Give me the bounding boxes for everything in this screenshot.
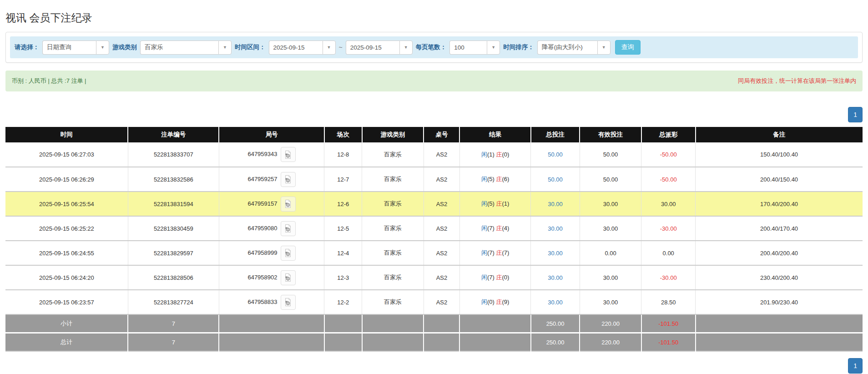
query-type-select: ▼ [42, 40, 109, 55]
video-record-icon [283, 224, 293, 233]
cell-session: 12-6 [324, 192, 362, 216]
per-page-input[interactable] [449, 40, 487, 55]
cell-payout: -50.00 [641, 142, 696, 167]
cell-game-category: 百家乐 [362, 290, 424, 314]
chevron-down-icon[interactable]: ▼ [487, 40, 500, 55]
cell-valid-bet: 0.00 [580, 241, 641, 265]
cell-total-bet[interactable]: 30.00 [531, 241, 580, 265]
cell-payout: -30.00 [641, 265, 696, 290]
video-record-button[interactable] [281, 246, 296, 261]
chevron-down-icon[interactable]: ▼ [96, 40, 109, 55]
game-category-select: ▼ [140, 40, 232, 55]
date-from-input[interactable] [269, 40, 323, 55]
cell-round-number: 647959157 [219, 192, 324, 216]
video-record-icon [283, 150, 293, 159]
table-row: 2025-09-15 06:25:22 522813830459 6479590… [5, 216, 863, 241]
video-record-icon [283, 273, 293, 282]
video-record-button[interactable] [281, 295, 296, 310]
per-page-select: ▼ [449, 40, 500, 55]
cell-bet-number: 522813830459 [128, 216, 219, 241]
cell-round-number: 647959343 [219, 142, 324, 167]
total-count: 7 [128, 333, 219, 352]
cell-game-category: 百家乐 [362, 192, 424, 216]
select-type-label: 请选择： [15, 43, 39, 51]
total-total-bet: 250.00 [531, 333, 580, 352]
table-row: 2025-09-15 06:26:29 522813832586 6479592… [5, 167, 863, 192]
bet-records-table: 时间 注单编号 局号 场次 游戏类别 桌号 结果 总投注 有效投注 总派彩 备注… [5, 127, 863, 352]
video-record-icon [283, 175, 293, 184]
cell-result: 闲(7) 庄(4) [459, 216, 530, 241]
cell-round-number: 647958902 [219, 265, 324, 290]
table-row: 2025-09-15 06:24:55 522813829597 6479589… [5, 241, 863, 265]
total-label: 总计 [5, 333, 128, 352]
subtotal-total-bet: 250.00 [531, 314, 580, 333]
cell-total-bet[interactable]: 30.00 [531, 265, 580, 290]
page-1-button[interactable]: 1 [848, 358, 863, 374]
video-record-button[interactable] [281, 221, 296, 236]
cell-result: 闲(7) 庄(0) [459, 265, 530, 290]
cell-note: 170.40/200.40 [696, 192, 863, 216]
page-title: 视讯 会员下注纪录 [5, 11, 863, 25]
cell-game-category: 百家乐 [362, 216, 424, 241]
chevron-down-icon[interactable]: ▼ [218, 40, 232, 55]
cell-round-number: 647958833 [219, 290, 324, 314]
cell-total-bet[interactable]: 30.00 [531, 216, 580, 241]
cell-note: 200.40/150.40 [696, 167, 863, 192]
cell-time: 2025-09-15 06:27:03 [5, 142, 128, 167]
pagination-top: 1 [5, 107, 863, 122]
cell-payout: 28.50 [641, 290, 696, 314]
video-record-icon [283, 298, 293, 307]
cell-bet-number: 522813833707 [128, 142, 219, 167]
cell-total-bet[interactable]: 30.00 [531, 290, 580, 314]
cell-game-category: 百家乐 [362, 265, 424, 290]
video-record-button[interactable] [281, 197, 296, 212]
cell-total-bet[interactable]: 30.00 [531, 192, 580, 216]
cell-result: 闲(5) 庄(1) [459, 192, 530, 216]
search-button[interactable]: 查询 [615, 40, 641, 55]
cell-payout: -50.00 [641, 167, 696, 192]
time-sort-input[interactable] [537, 40, 597, 55]
video-record-button[interactable] [281, 270, 296, 285]
header-session: 场次 [324, 127, 362, 142]
cell-total-bet[interactable]: 50.00 [531, 167, 580, 192]
table-row: 2025-09-15 06:25:54 522813831594 6479591… [5, 192, 863, 216]
date-to-input[interactable] [346, 40, 399, 55]
summary-bar: 币别 : 人民币 | 总共 :7 注单 | 同局有效投注，统一计算在该局第一张注… [5, 71, 863, 91]
cell-payout: 30.00 [641, 192, 696, 216]
cell-bet-number: 522813829597 [128, 241, 219, 265]
time-sort-select: ▼ [537, 40, 611, 55]
video-record-icon [283, 248, 293, 258]
pagination-bottom: 1 [5, 358, 863, 374]
cell-payout: 0.00 [641, 241, 696, 265]
table-row: 2025-09-15 06:27:03 522813833707 6479593… [5, 142, 863, 167]
cell-total-bet[interactable]: 50.00 [531, 142, 580, 167]
header-round-number: 局号 [219, 127, 324, 142]
game-category-input[interactable] [140, 40, 218, 55]
cell-result: 闲(1) 庄(0) [459, 142, 530, 167]
query-type-input[interactable] [42, 40, 96, 55]
game-category-label: 游戏类别 [112, 43, 137, 51]
subtotal-payout: -101.50 [641, 314, 696, 333]
video-record-button[interactable] [281, 147, 296, 162]
page-1-button[interactable]: 1 [848, 107, 863, 122]
cell-game-category: 百家乐 [362, 167, 424, 192]
cell-note: 201.90/230.40 [696, 290, 863, 314]
table-header-row: 时间 注单编号 局号 场次 游戏类别 桌号 结果 总投注 有效投注 总派彩 备注 [5, 127, 863, 142]
subtotal-count: 7 [128, 314, 219, 333]
cell-valid-bet: 30.00 [580, 192, 641, 216]
video-record-button[interactable] [281, 172, 296, 187]
per-page-label: 每页笔数： [416, 43, 447, 51]
cell-table-number: AS2 [424, 290, 459, 314]
date-from-select: ▼ [269, 40, 336, 55]
cell-bet-number: 522813832586 [128, 167, 219, 192]
table-row: 2025-09-15 06:24:20 522813828506 6479589… [5, 265, 863, 290]
header-valid-bet: 有效投注 [580, 127, 641, 142]
filter-bar: 请选择： ▼ 游戏类别 ▼ 时间区间： ▼ ~ ▼ 每页笔数： [10, 36, 858, 58]
video-record-icon [283, 199, 293, 208]
chevron-down-icon[interactable]: ▼ [399, 40, 413, 55]
header-time: 时间 [5, 127, 128, 142]
chevron-down-icon[interactable]: ▼ [323, 40, 336, 55]
chevron-down-icon[interactable]: ▼ [597, 40, 611, 55]
cell-table-number: AS2 [424, 216, 459, 241]
cell-result: 闲(0) 庄(9) [459, 290, 530, 314]
